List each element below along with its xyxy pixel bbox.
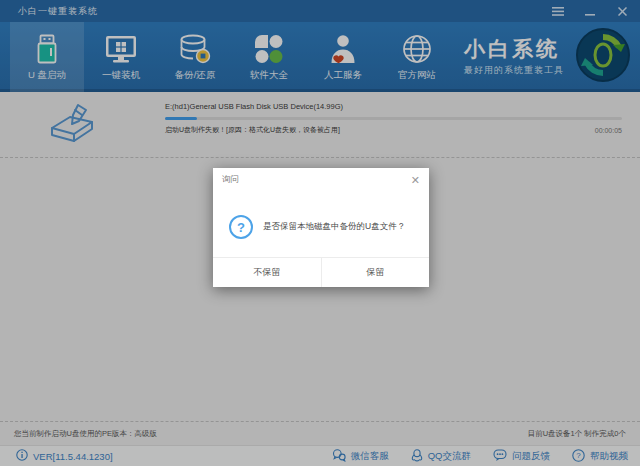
question-dialog: 询问 ✕ ? 是否保留本地磁盘中备份的U盘文件？ 不保留 保留 — [213, 168, 429, 287]
dialog-footer: 不保留 保留 — [213, 257, 429, 287]
app-window: 小白一键重装系统 U 盘 — [0, 0, 640, 466]
dialog-close-icon[interactable]: ✕ — [411, 175, 420, 186]
question-mark-icon: ? — [229, 215, 253, 239]
keep-button[interactable]: 保留 — [322, 258, 430, 287]
dialog-title: 询问 — [222, 174, 239, 186]
dialog-titlebar: 询问 ✕ — [213, 168, 429, 192]
dialog-message: 是否保留本地磁盘中备份的U盘文件？ — [263, 221, 405, 233]
dialog-body: ? 是否保留本地磁盘中备份的U盘文件？ — [213, 192, 429, 252]
discard-button[interactable]: 不保留 — [213, 258, 322, 287]
